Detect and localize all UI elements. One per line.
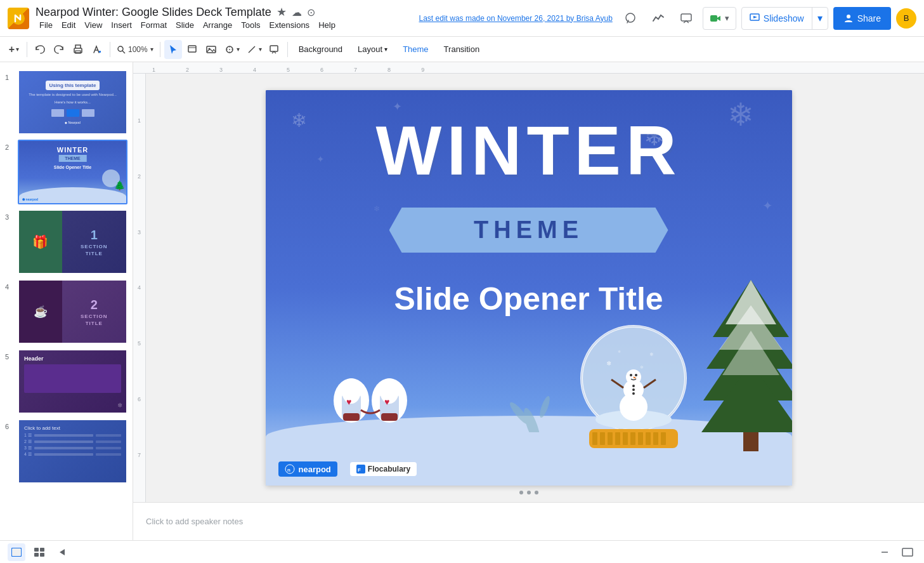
shapes-tool-btn[interactable]: ▾ bbox=[221, 40, 242, 59]
cursor-tool-btn[interactable] bbox=[164, 40, 182, 59]
svg-point-11 bbox=[118, 46, 123, 51]
svg-point-53 bbox=[632, 385, 635, 387]
image-tool-btn[interactable] bbox=[202, 40, 220, 59]
slideshow-dropdown-arrow[interactable]: ▾ bbox=[812, 8, 828, 29]
svg-rect-78 bbox=[12, 548, 21, 556]
slide-item-1[interactable]: 1 Using this template The template is de… bbox=[0, 67, 133, 137]
slide-number-6: 6 bbox=[5, 423, 14, 430]
menu-tools[interactable]: Tools bbox=[237, 19, 264, 31]
menu-view[interactable]: View bbox=[81, 19, 106, 31]
flocabulary-logo: F Flocabulary bbox=[350, 462, 417, 476]
svg-rect-71 bbox=[653, 432, 658, 445]
comments-icon[interactable] bbox=[619, 7, 642, 30]
svg-rect-14 bbox=[188, 46, 196, 52]
svg-rect-65 bbox=[608, 432, 613, 445]
zoom-btn[interactable]: 100% ▾ bbox=[114, 40, 156, 59]
slideshow-button[interactable]: Slideshow ▾ bbox=[741, 7, 828, 30]
paint-format-btn[interactable] bbox=[88, 40, 106, 59]
ruler-horizontal: 1 2 3 4 5 6 7 8 9 bbox=[133, 62, 924, 74]
comment-tool-btn[interactable] bbox=[266, 40, 283, 59]
print-btn[interactable] bbox=[69, 40, 87, 59]
notes-area[interactable]: Click to add speaker notes bbox=[133, 502, 924, 540]
menu-slide[interactable]: Slide bbox=[172, 19, 198, 31]
background-btn[interactable]: Background bbox=[292, 40, 349, 59]
svg-line-21 bbox=[249, 46, 255, 53]
menu-file[interactable]: File bbox=[36, 19, 56, 31]
page-dot-2 bbox=[527, 491, 531, 494]
page-dots bbox=[519, 491, 538, 494]
line-tool-btn[interactable]: ▾ bbox=[244, 40, 264, 59]
menu-arrange[interactable]: Arrange bbox=[199, 19, 236, 31]
zoom-out-btn[interactable] bbox=[876, 543, 894, 561]
svg-point-54 bbox=[632, 388, 635, 391]
svg-rect-34 bbox=[381, 413, 398, 421]
main-slide[interactable]: ❄ ✦ ❄ ❄ ✦ ✦ ✦ ❄ WINTER THEME bbox=[266, 90, 792, 486]
frame-tool-btn[interactable] bbox=[183, 40, 201, 59]
slide-thumb-1: Using this template The template is desi… bbox=[19, 71, 126, 133]
slide-item-4[interactable]: 4 ☕ 2 SECTION TITLE bbox=[0, 277, 133, 347]
svg-rect-67 bbox=[623, 432, 628, 445]
mittens: ♥ ♥ bbox=[329, 359, 412, 432]
slide-item-3[interactable]: 3 🎁 1 SECTION TITLE bbox=[0, 207, 133, 277]
snowflake-8: ❄ bbox=[374, 204, 380, 213]
slide-item-6[interactable]: 6 Click to add text 1 ☰ 2 ☰ 3 ☰ 4 ☰ bbox=[0, 416, 133, 486]
theme-banner: THEME bbox=[389, 208, 668, 253]
theme-btn[interactable]: Theme bbox=[396, 40, 435, 59]
redo-btn[interactable] bbox=[50, 40, 68, 59]
slideshow-label: Slideshow bbox=[764, 13, 804, 23]
slide-view-btn[interactable] bbox=[8, 543, 25, 561]
menu-help[interactable]: Help bbox=[315, 19, 339, 31]
slide-item-5[interactable]: 5 Header ❄ bbox=[0, 347, 133, 416]
zoom-value: 100% bbox=[128, 45, 148, 54]
slide-number-5: 5 bbox=[5, 353, 14, 361]
fit-page-btn[interactable] bbox=[899, 543, 916, 561]
activity-icon[interactable] bbox=[647, 7, 670, 30]
svg-point-6 bbox=[847, 15, 850, 18]
svg-point-50 bbox=[630, 374, 632, 376]
star-icon[interactable]: ★ bbox=[277, 5, 287, 19]
app-logo bbox=[8, 8, 29, 29]
svg-rect-68 bbox=[630, 432, 635, 445]
title-area: Nearpod Winter: Google Slides Deck Templ… bbox=[36, 5, 413, 31]
svg-rect-3 bbox=[710, 15, 717, 22]
toolbar-separator-1 bbox=[27, 42, 27, 57]
page-dot-1 bbox=[519, 491, 523, 494]
top-bar: Nearpod Winter: Google Slides Deck Templ… bbox=[0, 0, 924, 37]
svg-rect-64 bbox=[600, 432, 605, 445]
menu-format[interactable]: Format bbox=[137, 19, 171, 31]
menu-edit[interactable]: Edit bbox=[58, 19, 79, 31]
user-avatar[interactable]: B bbox=[896, 8, 916, 29]
svg-rect-2 bbox=[681, 14, 691, 21]
transition-btn[interactable]: Transition bbox=[437, 40, 487, 59]
menu-extensions[interactable]: Extensions bbox=[266, 19, 314, 31]
nearpod-logo: n nearpod bbox=[278, 461, 337, 477]
slideshow-btn-main[interactable]: Slideshow bbox=[742, 8, 812, 29]
meet-btn[interactable]: ▾ bbox=[703, 7, 736, 30]
slide-item-2[interactable]: 2 WINTER THEME Slide Opener Title ⬟ near… bbox=[0, 137, 133, 207]
undo-btn[interactable] bbox=[31, 40, 49, 59]
svg-text:F: F bbox=[358, 467, 361, 473]
ruler-vertical: 1234567 bbox=[133, 74, 146, 502]
grid-view-btn[interactable] bbox=[30, 543, 48, 561]
svg-text:❄: ❄ bbox=[606, 360, 611, 367]
panel-toggle-btn[interactable] bbox=[53, 543, 71, 561]
menu-insert[interactable]: Insert bbox=[107, 19, 136, 31]
logos-area: n nearpod F Flocabulary bbox=[278, 461, 417, 477]
slide-thumb-wrapper-3: 🎁 1 SECTION TITLE bbox=[18, 209, 127, 274]
slide-thumb-wrapper-4: ☕ 2 SECTION TITLE bbox=[18, 279, 127, 344]
layout-btn[interactable]: Layout ▾ bbox=[351, 40, 394, 59]
share-button[interactable]: Share bbox=[833, 7, 891, 30]
svg-rect-79 bbox=[34, 548, 39, 552]
chat-icon[interactable] bbox=[675, 7, 698, 30]
banner-shape: THEME bbox=[389, 208, 668, 253]
svg-rect-16 bbox=[207, 46, 216, 53]
share-label: Share bbox=[857, 13, 881, 23]
winter-title: WINTER bbox=[376, 116, 682, 185]
add-slide-btn[interactable]: + ▾ bbox=[5, 40, 23, 59]
slide-number-1: 1 bbox=[5, 74, 14, 81]
last-edit-link[interactable]: Last edit was made on November 26, 2021 … bbox=[419, 14, 613, 23]
svg-text:❄: ❄ bbox=[640, 365, 644, 369]
canvas-area: 1 2 3 4 5 6 7 8 9 1234567 ❄ bbox=[133, 62, 924, 540]
snow-globe: ❄ ❄ ❄ ❄ bbox=[573, 321, 694, 457]
svg-rect-72 bbox=[661, 432, 666, 445]
